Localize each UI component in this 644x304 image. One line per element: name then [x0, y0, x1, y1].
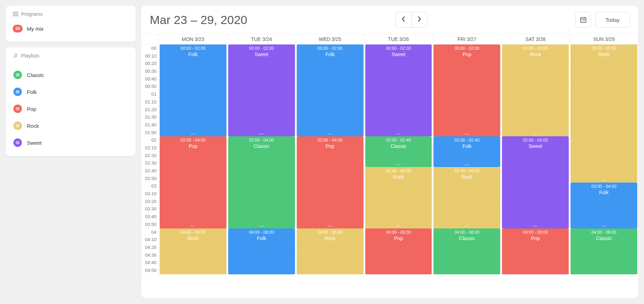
- schedule-event[interactable]: 00:00 - 02:00Folk══: [160, 44, 226, 136]
- playlist-item[interactable]: Rock: [10, 117, 131, 134]
- time-label: 02:40: [141, 167, 159, 175]
- schedule-event[interactable]: 00:00 - 02:00Sweet══: [365, 44, 432, 136]
- day-column[interactable]: 00:00 - 03:00Rock══03:00 - 04:00Folk══04…: [570, 44, 638, 274]
- schedule-event[interactable]: 04:00 - 06:00Pop: [365, 228, 432, 274]
- schedule-event[interactable]: 00:00 - 02:00Folk══: [297, 44, 364, 136]
- event-label: Folk: [433, 143, 500, 149]
- event-time: 02:40 - 04:00: [365, 168, 432, 173]
- resize-handle-icon[interactable]: ══: [433, 132, 500, 136]
- time-label: 00:10: [141, 52, 159, 60]
- playlist-color-swatch: [13, 71, 22, 79]
- day-column[interactable]: 00:00 - 02:00Rock══02:00 - 04:00Sweet══0…: [501, 44, 570, 274]
- event-label: Classic: [571, 236, 637, 241]
- day-header: SAT 3/28: [501, 34, 570, 44]
- schedule-event[interactable]: 02:00 - 04:00Sweet══: [502, 136, 569, 228]
- resize-handle-icon[interactable]: ══: [502, 132, 569, 136]
- day-column[interactable]: 00:00 - 02:00Sweet══02:00 - 04:00Classic…: [228, 44, 296, 274]
- event-time: 02:40 - 04:00: [433, 168, 500, 173]
- prev-week-button[interactable]: [395, 12, 412, 28]
- day-header: SUN 3/29: [570, 34, 638, 44]
- day-header: WED 3/25: [296, 34, 365, 44]
- schedule-event[interactable]: 02:40 - 04:00Rock══: [365, 167, 432, 228]
- time-label: 01:20: [141, 106, 159, 114]
- schedule-event[interactable]: 00:00 - 02:00Rock══: [502, 44, 569, 136]
- next-week-button[interactable]: [411, 12, 427, 28]
- event-time: 03:00 - 04:00: [571, 184, 637, 189]
- event-time: 00:00 - 02:00: [160, 46, 226, 51]
- schedule-event[interactable]: 04:00 - 06:00Rock: [297, 228, 364, 274]
- event-time: 02:00 - 04:00: [297, 138, 364, 143]
- schedule-event[interactable]: 04:00 - 06:00Classic: [571, 228, 637, 274]
- resize-handle-icon[interactable]: ══: [365, 225, 432, 228]
- schedule-event[interactable]: 04:00 - 06:00Folk: [228, 228, 295, 274]
- resize-handle-icon[interactable]: ══: [160, 225, 226, 228]
- resize-handle-icon[interactable]: ══: [433, 225, 500, 228]
- schedule-event[interactable]: 02:00 - 04:00Pop══: [297, 136, 364, 228]
- date-picker-button[interactable]: [575, 12, 591, 28]
- playlist-item[interactable]: Sweet: [10, 134, 131, 151]
- event-label: Pop: [433, 52, 500, 57]
- event-time: 00:00 - 03:00: [571, 46, 637, 51]
- resize-handle-icon[interactable]: ══: [160, 132, 226, 136]
- svg-point-22: [581, 20, 582, 20]
- schedule-event[interactable]: 00:00 - 02:00Pop══: [433, 44, 500, 136]
- day-column[interactable]: 00:00 - 02:00Pop══02:00 - 02:40Folk══02:…: [433, 44, 501, 274]
- event-label: Classic: [365, 143, 432, 149]
- event-label: Folk: [297, 52, 364, 57]
- resize-handle-icon[interactable]: ══: [571, 225, 637, 228]
- day-column[interactable]: 00:00 - 02:00Folk══02:00 - 04:00Pop══04:…: [159, 44, 228, 274]
- resize-handle-icon[interactable]: ══: [365, 163, 432, 166]
- today-button[interactable]: Today: [595, 12, 630, 28]
- resize-handle-icon[interactable]: ══: [571, 179, 637, 182]
- playlist-label: Classic: [27, 72, 44, 78]
- svg-rect-0: [13, 12, 18, 13]
- day-header: MON 3/23: [159, 34, 228, 44]
- event-time: 04:00 - 06:00: [433, 230, 500, 235]
- schedule-event[interactable]: 03:00 - 04:00Folk══: [571, 183, 637, 228]
- playlist-item[interactable]: Folk: [10, 83, 131, 100]
- time-label: 02:10: [141, 144, 159, 152]
- day-header: FRI 3/27: [433, 34, 501, 44]
- time-label: 03:20: [141, 198, 159, 205]
- time-label: 00:30: [141, 67, 159, 75]
- day-column[interactable]: 00:00 - 02:00Sweet══02:00 - 02:40Classic…: [365, 44, 433, 274]
- time-label: 03:40: [141, 213, 159, 221]
- schedule-event[interactable]: 02:00 - 04:00Pop══: [160, 136, 226, 228]
- event-time: 00:00 - 02:00: [433, 46, 500, 51]
- playlist-color-swatch: [13, 138, 22, 147]
- schedule-event[interactable]: 04:00 - 06:00Classic: [433, 228, 500, 274]
- resize-handle-icon[interactable]: ══: [297, 225, 364, 228]
- time-label: 00:20: [141, 60, 159, 67]
- music-icon: [13, 53, 18, 58]
- event-label: Pop: [160, 143, 226, 149]
- resize-handle-icon[interactable]: ══: [228, 225, 295, 228]
- time-label: 02:30: [141, 159, 159, 167]
- schedule-event[interactable]: 02:00 - 04:00Classic══: [228, 136, 295, 228]
- program-item[interactable]: 34My mix: [13, 23, 129, 35]
- event-time: 00:00 - 02:00: [365, 46, 432, 51]
- resize-handle-icon[interactable]: ══: [502, 225, 569, 228]
- event-label: Folk: [228, 236, 295, 241]
- schedule-event[interactable]: 00:00 - 02:00Sweet══: [228, 44, 295, 136]
- chevron-left-icon: [402, 16, 405, 24]
- resize-handle-icon[interactable]: ══: [228, 132, 295, 136]
- playlist-item[interactable]: Classic: [10, 66, 131, 83]
- playlist-label: Rock: [27, 123, 39, 129]
- schedule-event[interactable]: 04:00 - 06:00Pop: [502, 228, 569, 274]
- event-label: Pop: [502, 236, 569, 241]
- resize-handle-icon[interactable]: ══: [297, 132, 364, 136]
- playlist-item[interactable]: Pop: [10, 100, 131, 117]
- playlists-header: Playlists: [21, 53, 39, 59]
- time-label: 04:50: [141, 267, 159, 274]
- schedule-event[interactable]: 00:00 - 03:00Rock══: [571, 44, 637, 183]
- time-label: 03:50: [141, 221, 159, 228]
- resize-handle-icon[interactable]: ══: [433, 163, 500, 166]
- resize-handle-icon[interactable]: ══: [365, 132, 432, 136]
- schedule-event[interactable]: 04:00 - 06:00Rock: [160, 228, 226, 274]
- day-column[interactable]: 00:00 - 02:00Folk══02:00 - 04:00Pop══04:…: [296, 44, 365, 274]
- time-label: 04:30: [141, 251, 159, 259]
- schedule-event[interactable]: 02:00 - 02:40Folk══: [433, 136, 500, 167]
- schedule-event[interactable]: 02:00 - 02:40Classic══: [365, 136, 432, 167]
- time-label: 01:30: [141, 113, 159, 121]
- schedule-event[interactable]: 02:40 - 04:00Rock══: [433, 167, 500, 228]
